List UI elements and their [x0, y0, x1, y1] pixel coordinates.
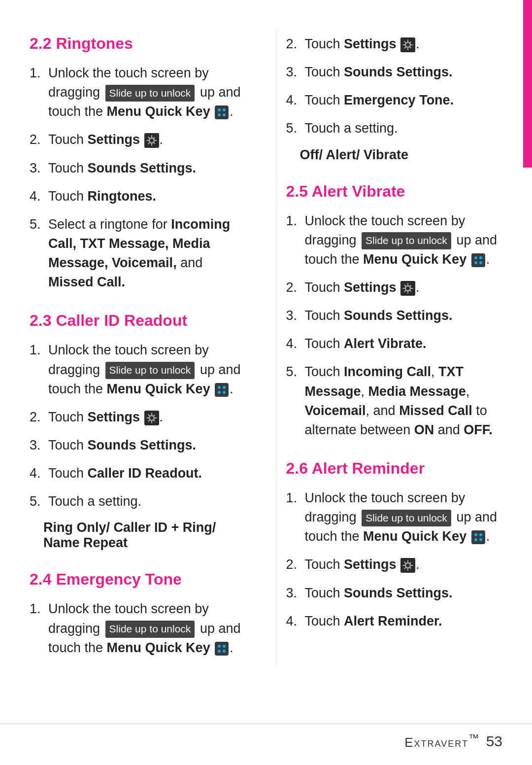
list-item: 1. Unlock the touch screen by dragging S… [30, 341, 246, 398]
list-item: 1. Unlock the touch screen by dragging S… [30, 599, 246, 657]
badge-slide-unlock: Slide up to unlock [105, 621, 195, 637]
missed-call-label: Missed Call. [48, 275, 125, 289]
badge-slide-unlock: Slide up to unlock [105, 85, 195, 102]
list-content: Touch Sounds Settings. [305, 584, 503, 603]
list-item: 3. Touch Sounds Settings. [30, 436, 246, 455]
svg-rect-0 [215, 105, 229, 119]
left-column: 2.2 Ringtones 1. Unlock the touch screen… [30, 30, 256, 666]
list-content: Touch Caller ID Readout. [48, 464, 246, 483]
svg-point-15 [218, 645, 221, 648]
caller-id-options: Ring Only/ Caller ID + Ring/Name Repeat [43, 520, 246, 551]
sounds-settings-label: Sounds Settings. [88, 438, 197, 452]
list-num: 5. [286, 119, 300, 138]
heading-24: 2.4 Emergency Tone [30, 570, 246, 589]
svg-point-30 [479, 533, 482, 536]
list-25: 1. Unlock the touch screen by dragging S… [286, 211, 503, 440]
list-item: 5. Touch a setting. [30, 492, 246, 511]
svg-point-23 [479, 256, 482, 259]
svg-rect-14 [215, 642, 229, 656]
list-item: 5. Touch Incoming Call, TXT Message, Med… [286, 362, 503, 440]
list-content: Touch Settings . [48, 130, 246, 149]
list-item: 5. Touch a setting. [286, 119, 503, 138]
svg-point-29 [474, 533, 477, 536]
list-content: Unlock the touch screen by dragging Slid… [305, 211, 503, 269]
list-item: 4. Touch Caller ID Readout. [30, 464, 246, 483]
svg-point-16 [223, 645, 226, 648]
list-content: Touch Settings . [305, 35, 503, 54]
list-num: 4. [30, 187, 43, 206]
list-content: Unlock the touch screen by dragging Slid… [48, 64, 246, 121]
svg-point-11 [223, 391, 226, 394]
list-content: Touch Sounds Settings. [48, 159, 246, 178]
list-num: 2. [30, 130, 43, 149]
menu-quick-key-icon [470, 529, 486, 545]
list-item: 4. Touch Ringtones. [30, 187, 246, 206]
list-item: 3. Touch Sounds Settings. [30, 159, 246, 178]
list-content: Touch Settings . [305, 555, 503, 574]
list-item: 1. Unlock the touch screen by dragging S… [286, 488, 503, 546]
menu-quick-key-label: Menu Quick Key [107, 382, 210, 396]
emergency-tone-options: Off/ Alert/ Vibrate [300, 147, 503, 163]
list-item: 2. Touch Settings . [286, 555, 503, 574]
list-content: Unlock the touch screen by dragging Slid… [48, 341, 246, 398]
svg-point-17 [218, 650, 221, 653]
list-item: 1. Unlock the touch screen by dragging S… [286, 211, 503, 269]
list-num: 3. [286, 63, 300, 82]
menu-quick-key-icon [214, 104, 230, 120]
svg-point-2 [223, 108, 226, 111]
list-item: 2. Touch Settings . [30, 130, 246, 149]
badge-slide-unlock: Slide up to unlock [362, 232, 451, 249]
list-num: 1. [30, 64, 43, 121]
heading-25: 2.5 Alert Vibrate [286, 182, 503, 201]
svg-rect-21 [471, 253, 485, 267]
list-content: Unlock the touch screen by dragging Slid… [305, 488, 503, 546]
list-23: 1. Unlock the touch screen by dragging S… [30, 341, 246, 511]
settings-gear-icon [144, 410, 160, 426]
list-content: Unlock the touch screen by dragging Slid… [48, 599, 246, 657]
list-content: Touch Incoming Call, TXT Message, Media … [305, 362, 503, 440]
badge-slide-unlock: Slide up to unlock [362, 510, 451, 526]
list-item: 2. Touch Settings . [30, 408, 246, 427]
alert-vibrate-label: Alert Vibrate. [344, 336, 427, 351]
list-item: 4. Touch Alert Vibrate. [286, 334, 503, 353]
list-item: 5. Select a ringtone for Incoming Call, … [30, 215, 246, 292]
list-content: Touch Alert Reminder. [305, 612, 503, 631]
list-item: 4. Touch Alert Reminder. [286, 612, 503, 631]
list-content: Touch Sounds Settings. [305, 306, 503, 325]
svg-point-10 [218, 391, 221, 394]
media-message-label: Media Message [368, 384, 466, 399]
list-content: Touch Alert Vibrate. [305, 334, 503, 353]
list-item: 3. Touch Sounds Settings. [286, 584, 503, 603]
svg-point-1 [218, 108, 221, 111]
list-num: 3. [286, 306, 300, 325]
settings-gear-icon [144, 133, 160, 148]
settings-label: Settings [344, 557, 397, 572]
list-content: Select a ringtone for Incoming Call, TXT… [48, 215, 246, 292]
list-num: 2. [286, 35, 300, 54]
list-item: 2. Touch Settings . [286, 278, 503, 297]
settings-gear-icon [400, 280, 416, 296]
list-item: 1. Unlock the touch screen by dragging S… [30, 64, 246, 121]
svg-rect-7 [215, 383, 229, 397]
page-container: 2.2 Ringtones 1. Unlock the touch screen… [0, 0, 532, 765]
trademark-symbol: ™ [468, 732, 480, 744]
menu-quick-key-label: Menu Quick Key [363, 529, 466, 544]
list-num: 1. [286, 488, 300, 546]
footer-page-number: 53 [486, 733, 502, 750]
heading-22: 2.2 Ringtones [30, 35, 246, 53]
brand-name: Extravert [404, 735, 468, 750]
voicemail-label: Voicemail [305, 403, 366, 418]
list-content: Touch Emergency Tone. [305, 91, 503, 110]
alert-reminder-label: Alert Reminder. [344, 614, 442, 628]
list-22: 1. Unlock the touch screen by dragging S… [30, 64, 246, 292]
svg-rect-28 [471, 530, 485, 544]
svg-point-31 [474, 538, 477, 541]
list-num: 4. [286, 91, 300, 110]
list-num: 1. [30, 341, 43, 398]
sounds-settings-label: Sounds Settings. [344, 65, 453, 79]
settings-label: Settings [88, 132, 140, 147]
svg-point-25 [479, 261, 482, 264]
menu-quick-key-label: Menu Quick Key [107, 104, 210, 119]
list-num: 5. [30, 492, 43, 511]
footer: Extravert™ 53 [0, 724, 532, 750]
